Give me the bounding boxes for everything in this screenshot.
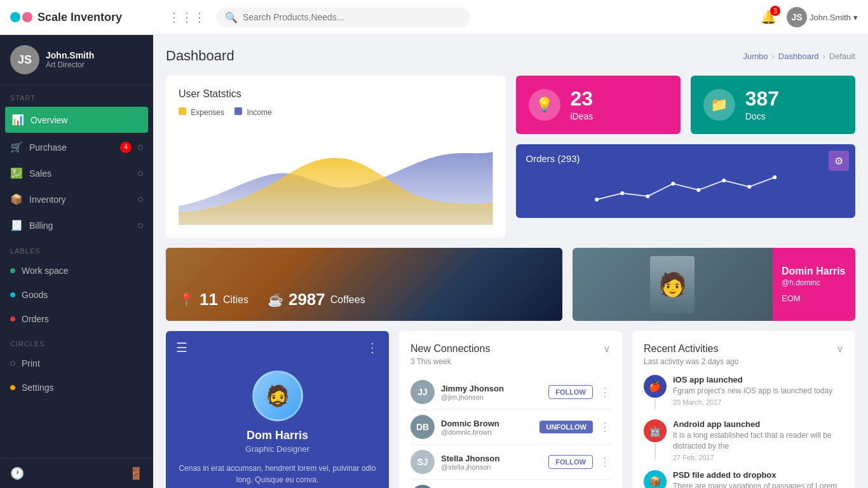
workspace-indicator — [10, 268, 15, 273]
sidebar-item-overview[interactable]: 📊 Overview — [5, 107, 148, 133]
inventory-circle — [138, 197, 143, 202]
activity-item-dropbox: 📦 PSD file added to dropbox There are ma… — [644, 470, 844, 488]
dropbox-icon-wrap: 📦 — [644, 470, 667, 488]
more-options-icon[interactable]: ⋮ — [366, 340, 379, 355]
sidebar-item-billing[interactable]: 🧾 Billing — [0, 212, 153, 238]
sidebar-item-goods[interactable]: Goods — [0, 283, 153, 307]
stella-handle: @stella.jhonson — [441, 463, 542, 471]
orders-gear-button[interactable]: ⚙ — [829, 151, 849, 171]
profile-tile-info: Domin Harris @h.dominc EOM — [773, 248, 855, 321]
purchase-circle — [138, 145, 143, 150]
chart-title: User Statstics — [179, 88, 493, 100]
income-label: Income — [247, 108, 271, 117]
stella-info: Stella Jhonson @stella.jhonson — [441, 454, 542, 471]
activities-title: Recent Activities — [644, 343, 718, 355]
sidebar-item-label-workspace: Work space — [22, 266, 143, 276]
coffees-num: 2987 — [288, 290, 325, 309]
sidebar: JS John.Smith Art Director Start 📊 Overv… — [0, 35, 153, 488]
sidebar-bottom: 🕐 🚪 — [0, 458, 153, 488]
logo-circle1 — [10, 12, 20, 22]
jimmy-avatar: JJ — [410, 380, 435, 404]
sidebar-item-sales[interactable]: 💹 Sales — [0, 160, 153, 186]
ideas-label: iDeas — [571, 111, 593, 121]
activities-collapse-icon[interactable]: ∨ — [836, 342, 844, 355]
breadcrumb: Jumbo › Dashboard › Default — [743, 51, 855, 61]
sidebar-item-label-goods: Goods — [22, 290, 143, 300]
sidebar-item-settings[interactable]: Settings — [0, 376, 153, 400]
domnic-unfollow-button[interactable]: UNFOLLOW — [539, 421, 593, 433]
activity-ios-timeline: 🍎 — [644, 375, 667, 410]
sales-circle — [138, 171, 143, 176]
stella-more-icon[interactable]: ⋮ — [599, 455, 611, 469]
topbar-right: 🔔 3 JS John.Smith ▾ — [761, 7, 858, 27]
svg-point-1 — [620, 191, 624, 195]
purchase-icon: 🛒 — [10, 141, 23, 153]
stella-follow-button[interactable]: FOLLOW — [548, 455, 593, 469]
ios-activity-desc: Fgram project's new iOS app is launched … — [673, 386, 832, 396]
inventory-icon: 📦 — [10, 193, 23, 205]
clock-icon[interactable]: 🕐 — [10, 466, 24, 480]
profile-card-role: Graphic Designer — [245, 444, 309, 454]
domnic-more-icon[interactable]: ⋮ — [599, 420, 611, 434]
timeline-connector-2 — [654, 444, 656, 460]
sidebar-item-label-purchase: Purchase — [29, 142, 114, 152]
breadcrumb-dashboard[interactable]: Dashboard — [778, 51, 819, 61]
coffee-icon: ☕ — [268, 292, 283, 308]
svg-point-7 — [773, 175, 776, 179]
timeline-connector-1 — [654, 399, 656, 409]
income-dot — [234, 107, 242, 115]
search-bar[interactable]: 🔍 — [216, 8, 470, 27]
hamburger-icon[interactable]: ☰ — [176, 340, 187, 355]
connections-header: New Connections ∨ — [410, 342, 611, 355]
city-profile-row: 📍 11 Cities ☕ 2987 Coffees 🧑 — [166, 248, 855, 321]
sidebar-item-inventory[interactable]: 📦 Inventory — [0, 186, 153, 212]
user-menu-button[interactable]: JS John.Smith ▾ — [787, 7, 858, 27]
app-title: Scale Inventory — [37, 11, 122, 24]
jimmy-handle: @jim.jhonson — [441, 393, 542, 401]
activity-android-timeline: 🤖 — [644, 419, 667, 461]
sidebar-item-workspace[interactable]: Work space — [0, 259, 153, 283]
john-avatar: JS — [410, 485, 435, 488]
search-input[interactable] — [243, 12, 461, 22]
ios-icon-wrap: 🍎 — [644, 375, 667, 398]
connections-collapse-icon[interactable]: ∨ — [603, 342, 611, 355]
profile-card-avatar: 🧔 — [252, 370, 303, 421]
connection-item-jimmy: JJ Jimmy Jhonson @jim.jhonson FOLLOW ⋮ — [410, 375, 611, 410]
grid-icon[interactable]: ⋮⋮⋮ — [168, 10, 206, 25]
sidebar-item-print[interactable]: Print — [0, 351, 153, 376]
bottom-section: ☰ ⋮ 🧔 Dom Harris Graphic Designer Cenas … — [166, 331, 855, 488]
expenses-dot — [179, 107, 186, 115]
sidebar-item-label-billing: Billing — [29, 220, 132, 231]
breadcrumb-jumbo[interactable]: Jumbo — [743, 51, 768, 61]
sidebar-item-label-settings: Settings — [22, 383, 143, 393]
notifications-button[interactable]: 🔔 3 — [761, 10, 776, 25]
domnic-handle: @domnic.brown — [441, 428, 533, 436]
billing-circle — [138, 223, 143, 228]
sidebar-user-name[interactable]: John.Smith — [46, 50, 94, 60]
profile-card-text: Cenas in erat accumsan, hendrerit lorem … — [179, 463, 376, 485]
sidebar-section-start: Start — [0, 85, 153, 105]
ideas-icon-wrap: 💡 — [529, 89, 560, 121]
chart-card: User Statstics Expenses Income — [166, 76, 506, 238]
breadcrumb-sep1: › — [772, 51, 775, 61]
connections-card: New Connections ∨ 3 This week JJ Jimmy J… — [399, 331, 622, 488]
activities-card: Recent Activities ∨ Last activity was 2 … — [632, 331, 855, 488]
legend-expenses: Expenses — [179, 107, 224, 117]
sidebar-item-orders[interactable]: Orders — [0, 307, 153, 331]
logout-icon[interactable]: 🚪 — [129, 466, 143, 480]
app-layout: JS John.Smith Art Director Start 📊 Overv… — [0, 35, 868, 488]
jimmy-follow-button[interactable]: FOLLOW — [548, 385, 593, 399]
jimmy-more-icon[interactable]: ⋮ — [599, 385, 611, 399]
sidebar-item-purchase[interactable]: 🛒 Purchase 4 — [0, 134, 153, 160]
area-chart-svg — [179, 123, 493, 225]
sidebar-item-label-sales: Sales — [29, 168, 132, 179]
docs-icon-wrap: 📁 — [703, 89, 735, 121]
person-profile-tile: 🧑 Domin Harris @h.dominc EOM — [573, 248, 855, 321]
docs-tile: 📁 387 Docs — [691, 76, 855, 134]
dropbox-activity-title: PSD file added to dropbox — [673, 470, 844, 480]
ios-activity-date: 20 March, 2017 — [673, 398, 832, 406]
activities-subtitle: Last activity was 2 days ago — [644, 357, 844, 366]
sidebar-section-circles: Circles — [0, 331, 153, 351]
sidebar-user-info: John.Smith Art Director — [46, 50, 94, 69]
profile-card-header: ☰ ⋮ — [166, 331, 389, 364]
